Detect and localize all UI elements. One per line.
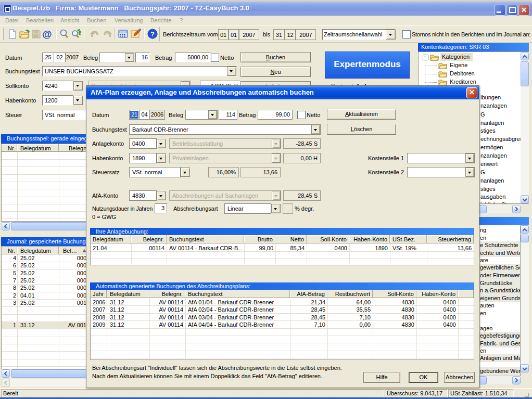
svg-text:?: ? <box>150 30 155 38</box>
